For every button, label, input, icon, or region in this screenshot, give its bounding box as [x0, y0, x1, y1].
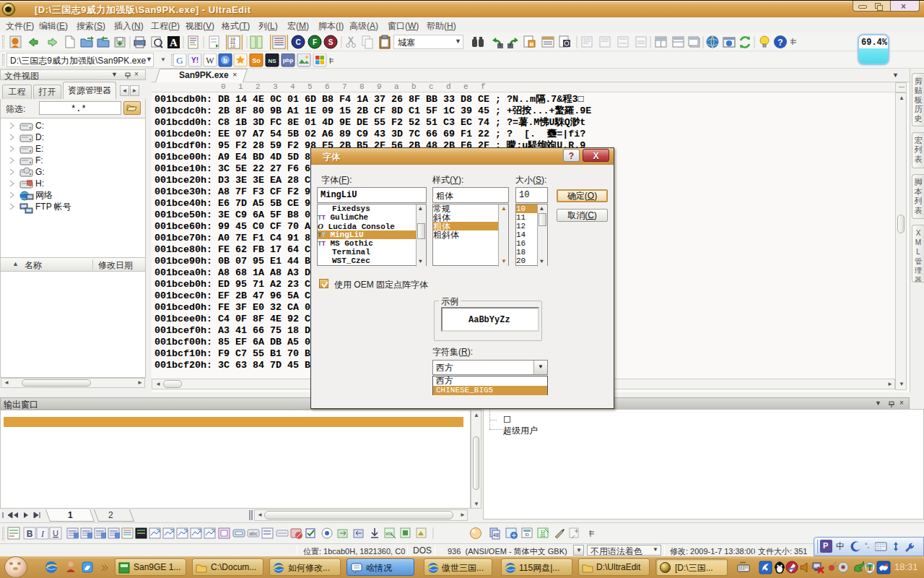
- svg-text:NS: NS: [268, 58, 276, 64]
- svg-text:U: U: [53, 529, 58, 538]
- svg-text:10: 10: [230, 44, 236, 49]
- svg-text:G: G: [176, 55, 183, 66]
- svg-text:abc: abc: [249, 531, 258, 536]
- svg-text:F: F: [313, 38, 317, 46]
- svg-text:48: 48: [493, 532, 499, 538]
- svg-text:S: S: [328, 38, 334, 46]
- svg-text:?: ?: [777, 38, 783, 48]
- svg-text:Y!: Y!: [191, 56, 199, 64]
- svg-text:B: B: [27, 529, 33, 539]
- svg-text:W: W: [206, 56, 214, 66]
- svg-text:C: C: [295, 38, 300, 46]
- svg-text:xls: xls: [385, 530, 393, 537]
- svg-text:01: 01: [541, 533, 546, 538]
- svg-text:b: b: [223, 57, 227, 64]
- svg-text:ID: ID: [525, 532, 530, 537]
- svg-text:php: php: [283, 57, 294, 64]
- svg-text:A: A: [170, 37, 178, 48]
- svg-text:B: B: [530, 41, 534, 48]
- svg-text:So: So: [252, 57, 261, 64]
